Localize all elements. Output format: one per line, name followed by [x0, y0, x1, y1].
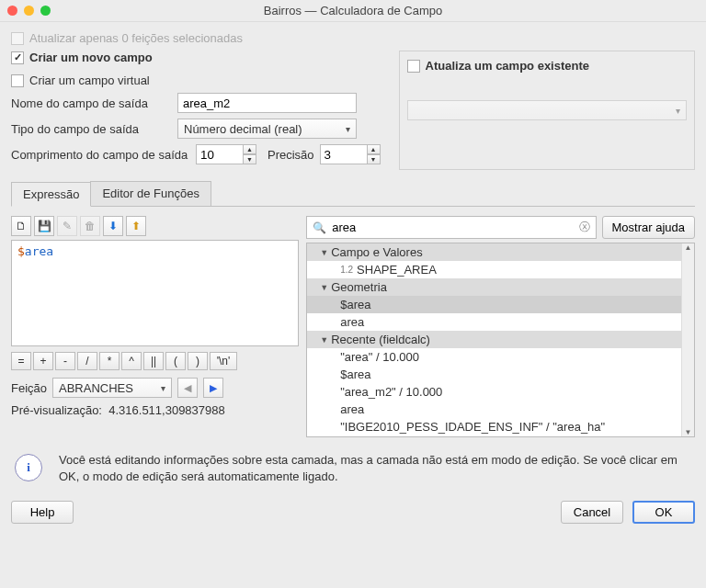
select-output-type[interactable]: Número decimal (real) [177, 119, 357, 139]
tab-expression[interactable]: Expressão [11, 182, 91, 207]
preview-value: 4.316.511,309837988 [108, 403, 225, 417]
tree-item-selected[interactable]: $area [307, 296, 681, 313]
label-create-new-field: Criar um novo campo [29, 51, 153, 64]
input-precision[interactable] [320, 144, 368, 164]
label-update-selected: Atualizar apenas 0 feições selecionadas [29, 31, 243, 45]
label-output-length: Comprimento do campo de saída [11, 148, 190, 162]
tool-export[interactable]: ⬆ [126, 216, 146, 236]
label-preview: Pré-visualização: [11, 403, 102, 417]
select-feature[interactable]: ABRANCHES [52, 378, 172, 398]
len-down[interactable]: ▼ [243, 154, 256, 164]
search-icon: 🔍 [313, 221, 326, 234]
clear-search-icon[interactable]: ⓧ [579, 220, 590, 235]
tab-function-editor[interactable]: Editor de Funções [90, 181, 211, 206]
close-window[interactable] [7, 6, 17, 16]
title-bar: Bairros — Calculadora de Campo [0, 0, 706, 22]
op-plus[interactable]: + [33, 352, 53, 370]
op-eq[interactable]: = [11, 352, 31, 370]
label-precision: Precisão [268, 148, 314, 162]
cancel-button[interactable]: Cancel [561, 501, 623, 524]
label-feature: Feição [11, 381, 47, 395]
op-minus[interactable]: - [55, 352, 75, 370]
tool-delete: 🗑 [80, 216, 100, 236]
tree-item[interactable]: "area" / 10000 [307, 435, 681, 436]
label-output-name: Nome do campo de saída [11, 96, 172, 110]
label-output-type: Tipo do campo de saída [11, 122, 172, 136]
len-up[interactable]: ▲ [243, 144, 256, 154]
prec-up[interactable]: ▲ [367, 144, 381, 154]
prec-down[interactable]: ▼ [367, 154, 381, 164]
op-div[interactable]: / [77, 352, 97, 370]
info-icon: i [15, 454, 42, 481]
tool-save[interactable]: 💾 [34, 216, 54, 236]
tree-item[interactable]: $area [307, 366, 681, 383]
checkbox-create-new-field[interactable] [11, 51, 24, 64]
op-pow[interactable]: ^ [121, 352, 142, 370]
minimize-window[interactable] [24, 6, 34, 16]
label-create-virtual: Criar um campo virtual [29, 74, 150, 87]
tool-new[interactable]: 🗋 [11, 216, 31, 236]
op-mul[interactable]: * [99, 352, 120, 370]
select-existing-field [407, 100, 687, 120]
checkbox-create-virtual[interactable] [11, 74, 24, 87]
tree-item[interactable]: area [307, 313, 681, 331]
op-rparen[interactable]: ) [188, 352, 208, 370]
tree-item[interactable]: "IBGE2010_PESS_IDADE_ENS_INF" / "area_ha… [307, 418, 681, 435]
checkbox-update-existing[interactable] [407, 60, 420, 73]
tree-item[interactable]: "area_m2" / 10.000 [307, 383, 681, 401]
tree-item[interactable]: 1.2SHAPE_AREA [307, 261, 681, 278]
zoom-window[interactable] [40, 6, 51, 16]
op-concat[interactable]: || [143, 352, 164, 370]
op-newline[interactable]: '\n' [210, 352, 237, 370]
info-message: Você está editando informações sobre est… [59, 452, 695, 484]
search-input-wrap: 🔍 ⓧ [306, 216, 596, 239]
input-output-name[interactable] [177, 93, 357, 113]
expression-editor[interactable]: $area [11, 240, 299, 346]
label-update-existing: Atualiza um campo existente [426, 59, 589, 73]
show-help-button[interactable]: Mostrar ajuda [602, 216, 695, 239]
tree-item[interactable]: "area" / 10.000 [307, 348, 681, 366]
tool-import[interactable]: ⬇ [103, 216, 123, 236]
functions-tree[interactable]: ▼Campo e Valores 1.2SHAPE_AREA ▼Geometri… [307, 243, 681, 436]
window-title: Bairros — Calculadora de Campo [264, 4, 442, 17]
help-button[interactable]: Help [11, 501, 74, 524]
input-output-length[interactable] [196, 144, 244, 164]
op-lparen[interactable]: ( [165, 352, 186, 370]
tree-scrollbar[interactable]: ▲▼ [681, 243, 694, 436]
ok-button[interactable]: OK [632, 501, 695, 524]
next-feature-button[interactable]: ▶ [203, 378, 223, 398]
tree-item[interactable]: area [307, 401, 681, 418]
prev-feature-button[interactable]: ◀ [177, 378, 198, 398]
search-input[interactable] [332, 220, 578, 234]
checkbox-update-selected [11, 32, 24, 45]
tool-edit: ✎ [57, 216, 77, 236]
